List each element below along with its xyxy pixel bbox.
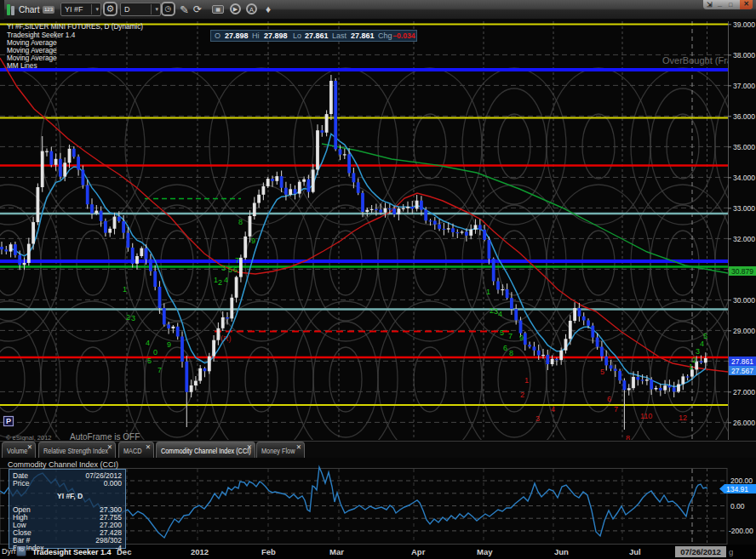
svg-text:5: 5	[600, 368, 604, 376]
svg-text:6: 6	[607, 395, 611, 403]
svg-text:1: 1	[486, 288, 490, 296]
svg-text:27.000: 27.000	[733, 388, 755, 396]
svg-text:35.000: 35.000	[733, 143, 755, 151]
svg-text:5: 5	[228, 265, 232, 274]
svg-text:5: 5	[500, 328, 504, 337]
svg-text:110: 110	[640, 412, 652, 420]
svg-text:MM Lines: MM Lines	[7, 62, 37, 70]
svg-text:38.000: 38.000	[733, 51, 755, 60]
svg-text:134.91: 134.91	[726, 485, 748, 493]
svg-text:8: 8	[238, 218, 243, 226]
svg-text:© eSignal, 2012: © eSignal, 2012	[6, 434, 51, 441]
svg-text:36.000: 36.000	[733, 112, 755, 121]
svg-text:Tradesight Seeker 1.4: Tradesight Seeker 1.4	[7, 31, 76, 39]
svg-text:6: 6	[233, 265, 238, 274]
svg-text:29.000: 29.000	[733, 327, 755, 335]
svg-text:3: 3	[131, 314, 135, 322]
svg-text:9: 9	[167, 340, 171, 349]
svg-text:4: 4	[551, 405, 555, 414]
svg-text:27.567: 27.567	[731, 367, 753, 375]
svg-text:7: 7	[508, 332, 513, 340]
svg-text:3: 3	[536, 414, 540, 423]
svg-text:1: 1	[524, 376, 529, 385]
svg-text:5: 5	[703, 332, 707, 340]
svg-text:9: 9	[251, 237, 255, 245]
svg-text:3: 3	[696, 347, 700, 356]
svg-text:34.000: 34.000	[733, 174, 755, 182]
svg-text:4: 4	[700, 339, 704, 348]
svg-text:AutoFrame is OFF: AutoFrame is OFF	[70, 432, 140, 441]
svg-text:7: 7	[235, 256, 239, 265]
svg-text:0: 0	[153, 348, 158, 357]
svg-text:4: 4	[498, 310, 502, 318]
svg-text:3: 3	[221, 264, 226, 272]
svg-text:Moving Average: Moving Average	[7, 47, 57, 54]
svg-text:7: 7	[614, 405, 618, 414]
svg-text:2: 2	[126, 313, 130, 322]
svg-text:2: 2	[692, 356, 696, 364]
svg-text:1: 1	[123, 285, 127, 294]
svg-text:37.000: 37.000	[733, 82, 755, 90]
svg-text:8: 8	[626, 434, 630, 441]
svg-text:P: P	[6, 417, 11, 425]
svg-text:Commodity Channel Index (CCI): Commodity Channel Index (CCI)	[8, 460, 118, 469]
svg-text:27.861: 27.861	[731, 357, 753, 366]
svg-text:OverBought (Fran: OverBought (Fran	[662, 55, 737, 66]
svg-text:2: 2	[218, 278, 222, 287]
svg-text:30.879: 30.879	[731, 267, 753, 276]
svg-text:Moving Average: Moving Average	[7, 54, 57, 62]
svg-text:7: 7	[158, 366, 162, 374]
svg-text:9: 9	[519, 334, 524, 342]
svg-text:5: 5	[147, 357, 152, 365]
svg-text:Moving Average: Moving Average	[7, 39, 57, 47]
svg-text:32.000: 32.000	[733, 235, 755, 243]
svg-text:200.00: 200.00	[730, 476, 753, 485]
svg-text:8: 8	[509, 349, 513, 357]
svg-text:33.000: 33.000	[733, 204, 755, 213]
svg-text:39.000: 39.000	[733, 20, 755, 29]
svg-text:4: 4	[146, 339, 150, 347]
svg-text:12: 12	[679, 414, 687, 422]
svg-text:30.000: 30.000	[733, 296, 755, 305]
svg-text:4: 4	[224, 276, 228, 284]
svg-text:-200.00: -200.00	[729, 527, 753, 535]
svg-text:6: 6	[503, 344, 507, 352]
svg-text:2: 2	[520, 391, 524, 399]
svg-text:0.00: 0.00	[730, 502, 745, 511]
svg-text:26.000: 26.000	[733, 419, 755, 427]
svg-text:YI #F,SILVER MINI FUTURES, D (: YI #F,SILVER MINI FUTURES, D (Dynamic)	[7, 23, 143, 31]
